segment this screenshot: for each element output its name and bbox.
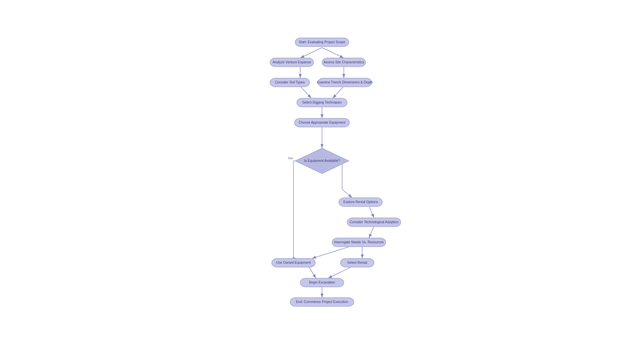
soil-label: Consider Soil Types: [275, 80, 305, 84]
start-label: Start: Evaluating Project Scope: [299, 40, 345, 44]
owned-label: Use Owned Equipment: [276, 261, 311, 264]
yes-label: Yes: [288, 157, 293, 160]
svg-line-6: [333, 86, 344, 98]
svg-line-12: [369, 206, 374, 218]
svg-line-13: [369, 226, 374, 238]
svg-line-2: [322, 48, 344, 58]
analyze-label: Analyze Venture Expanse: [273, 60, 311, 64]
svg-line-14: [312, 246, 352, 258]
svg-line-5: [300, 86, 311, 98]
svg-line-11: [342, 189, 352, 198]
assess-label: Assess Site Characteristics: [323, 60, 364, 64]
interrogate-label: Interrogate Needs Vs. Resources: [334, 240, 384, 244]
equipment-label: Choose Appropriate Equipment: [299, 121, 345, 124]
trench-label: Examine Trench Dimensions & Depth: [317, 80, 373, 84]
rental-label: Explore Rental Options: [343, 200, 378, 204]
digging-label: Select Digging Techniques: [302, 101, 342, 104]
decision-label: Is Equipment Available?: [304, 159, 340, 163]
begin-label: Begin Excavation: [309, 281, 335, 284]
svg-line-20: [328, 266, 352, 278]
end-label: End: Commence Project Execution: [296, 300, 348, 304]
svg-line-1: [300, 48, 322, 58]
tech-label: Consider Technological Adoption: [350, 220, 398, 224]
svg-line-19: [309, 266, 316, 278]
flowchart-container: No Yes Start: Evaluating Project Scope A…: [0, 0, 644, 362]
select-rental-label: Select Rental: [347, 261, 367, 264]
